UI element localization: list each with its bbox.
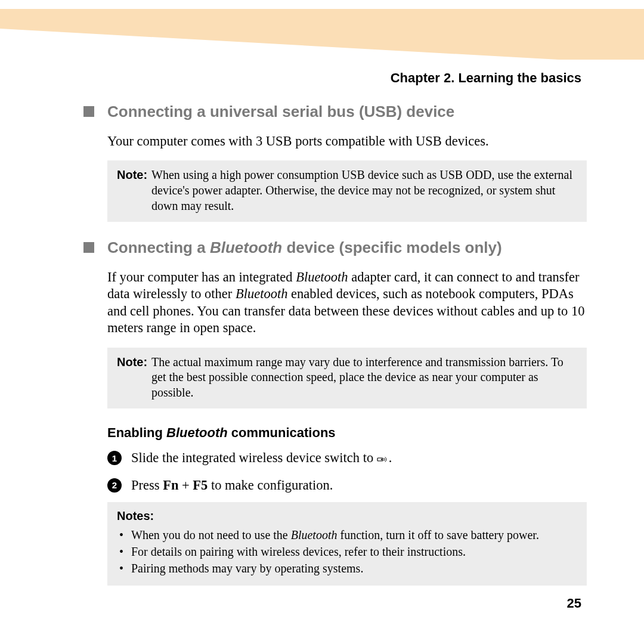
note-label: Note:: [117, 355, 151, 401]
note-box-usb: Note: When using a high power consumptio…: [107, 160, 587, 222]
content-area: Connecting a universal serial bus (USB) …: [85, 103, 587, 586]
step-part: .: [389, 450, 392, 465]
notes-list: When you do not need to use the Bluetoot…: [117, 527, 577, 576]
wireless-switch-icon: [377, 450, 389, 467]
note-item: When you do not need to use the Bluetoot…: [131, 527, 577, 543]
key-name: F5: [193, 478, 208, 493]
note-item: Pairing methods may vary by operating sy…: [131, 561, 577, 576]
section-title: Connecting a Bluetooth device (specific …: [107, 239, 502, 257]
document-page: Chapter 2. Learning the basics Connectin…: [0, 0, 644, 644]
note-label: Note:: [117, 168, 151, 213]
section-body-bluetooth: If your computer has an integrated Bluet…: [107, 269, 587, 336]
step-text: Press Fn + F5 to make configuration.: [131, 476, 587, 494]
subhead-italic: Bluetooth: [166, 425, 228, 440]
key-name: Fn: [163, 478, 178, 493]
square-bullet-icon: [83, 106, 94, 117]
title-part: Connecting a: [107, 239, 210, 256]
step-part: to make configuration.: [208, 478, 333, 493]
header-wedge: [0, 29, 644, 64]
note-text: The actual maximum range may vary due to…: [151, 355, 577, 401]
step-text: Slide the integrated wireless device swi…: [131, 449, 587, 467]
note-item: For details on pairing with wireless dev…: [131, 544, 577, 559]
note-italic: Bluetooth: [291, 528, 338, 541]
section-heading-bluetooth: Connecting a Bluetooth device (specific …: [83, 239, 587, 257]
notes-heading: Notes:: [117, 508, 577, 524]
notes-box: Notes: When you do not need to use the B…: [107, 502, 587, 586]
svg-point-1: [381, 459, 382, 460]
note-box-bluetooth: Note: The actual maximum range may vary …: [107, 348, 587, 409]
title-part: device (specific models only): [282, 239, 501, 256]
step-part: +: [178, 478, 193, 493]
step-number-icon: 1: [107, 451, 122, 465]
subhead-part: Enabling: [107, 425, 166, 440]
note-part: function, turn it off to save battery po…: [337, 528, 538, 541]
subsection-title: Enabling Bluetooth communications: [107, 425, 587, 441]
body-italic: Bluetooth: [296, 270, 348, 284]
step-part: Press: [131, 478, 163, 493]
step-part: Slide the integrated wireless device swi…: [131, 450, 377, 465]
body-italic: Bluetooth: [236, 286, 287, 301]
step-1: 1 Slide the integrated wireless device s…: [107, 449, 587, 467]
body-part: If your computer has an integrated: [107, 270, 296, 284]
square-bullet-icon: [83, 242, 94, 253]
section-body-usb: Your computer comes with 3 USB ports com…: [107, 133, 587, 150]
subhead-part: communications: [228, 425, 336, 440]
chapter-title: Chapter 2. Learning the basics: [391, 70, 581, 86]
note-text: When using a high power consumption USB …: [151, 168, 577, 213]
note-part: When you do not need to use the: [131, 528, 291, 541]
step-number-icon: 2: [107, 478, 122, 493]
page-number: 25: [567, 596, 581, 611]
step-2: 2 Press Fn + F5 to make configuration.: [107, 476, 587, 494]
title-italic: Bluetooth: [210, 239, 282, 256]
section-title: Connecting a universal serial bus (USB) …: [107, 103, 454, 121]
section-heading-usb: Connecting a universal serial bus (USB) …: [83, 103, 587, 121]
